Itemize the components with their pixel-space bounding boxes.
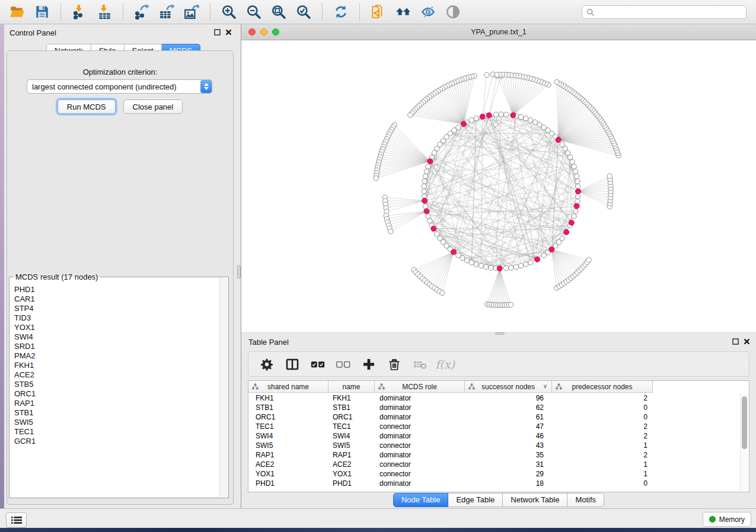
export-table-icon[interactable] xyxy=(158,4,175,20)
deselect-all-icon[interactable] xyxy=(335,356,351,372)
table-cell: 0 xyxy=(552,479,653,488)
zoom-fit-icon[interactable] xyxy=(270,4,287,20)
table-toolbar: f(x) xyxy=(248,351,749,377)
mcds-result-item[interactable]: CAR1 xyxy=(14,294,219,304)
mcds-result-item[interactable]: RAP1 xyxy=(14,399,219,408)
export-image-icon[interactable] xyxy=(183,4,200,20)
legacy-sessions-icon[interactable] xyxy=(395,4,412,20)
mcds-result-list[interactable]: PHD1CAR1STP4TID3YOX1SWI4SRD1PMA2FKH1ACE2… xyxy=(10,285,219,497)
table-row[interactable]: SWI4SWI4dominator462 xyxy=(248,431,739,441)
attribute-tree-icon xyxy=(378,383,385,392)
mcds-result-item[interactable]: STB5 xyxy=(14,380,219,389)
table-row[interactable]: ORC1ORC1dominator610 xyxy=(248,412,739,422)
table-row[interactable]: YOX1YOX1connector291 xyxy=(248,469,739,479)
toolbar-icon-group xyxy=(0,4,465,20)
table-cell: 35 xyxy=(465,451,552,459)
table-row[interactable]: TEC1TEC1connector472 xyxy=(248,422,739,431)
zoom-in-icon[interactable] xyxy=(221,4,237,20)
table-cell: connector xyxy=(375,441,465,450)
save-session-icon[interactable] xyxy=(34,4,50,20)
network-graph[interactable] xyxy=(241,40,756,332)
mcds-result-item[interactable]: TID3 xyxy=(14,313,219,323)
mcds-result-item[interactable]: ACE2 xyxy=(14,370,219,380)
table-cell: 46 xyxy=(465,432,552,440)
zoom-out-icon[interactable] xyxy=(245,4,262,20)
table-mode-gear-icon[interactable] xyxy=(259,356,275,372)
column-label: MCDS role xyxy=(402,383,437,391)
open-session-icon[interactable] xyxy=(9,4,25,20)
mcds-result-item[interactable]: ORC1 xyxy=(14,389,219,399)
mcds-result-item[interactable]: PMA2 xyxy=(14,351,219,361)
mcds-result-item[interactable]: PHD1 xyxy=(14,285,219,294)
network-window-titlebar[interactable]: YPA_prune.txt_1 xyxy=(241,24,756,40)
tab-motifs[interactable]: Motifs xyxy=(567,493,604,507)
float-panel-icon[interactable] xyxy=(732,338,739,345)
column-header-successor-nodes[interactable]: successor nodes∨ xyxy=(465,381,552,392)
mcds-result-item[interactable]: TEC1 xyxy=(14,427,219,437)
table-row[interactable]: PHD1PHD1dominator180 xyxy=(248,479,739,488)
select-all-icon[interactable] xyxy=(310,356,326,372)
close-panel-button[interactable]: Close panel xyxy=(123,100,183,114)
tab-edge-table[interactable]: Edge Table xyxy=(448,493,503,507)
tab-network-table[interactable]: Network Table xyxy=(503,493,567,507)
table-cell: dominator xyxy=(375,403,465,412)
tab-node-table[interactable]: Node Table xyxy=(393,493,449,507)
mcds-result-item[interactable]: YOX1 xyxy=(14,323,219,332)
mcds-result-item[interactable]: STP4 xyxy=(14,304,219,313)
add-column-icon[interactable] xyxy=(361,356,377,372)
mcds-result-item[interactable]: SWI5 xyxy=(14,418,219,427)
attribute-tree-icon xyxy=(556,383,562,392)
run-mcds-button[interactable]: Run MCDS xyxy=(58,100,116,114)
table-row[interactable]: SWI5SWI5connector431 xyxy=(248,441,739,450)
close-panel-icon[interactable] xyxy=(744,338,750,345)
birds-eye-view-icon[interactable] xyxy=(445,4,461,20)
dropdown-stepper-icon xyxy=(200,80,212,93)
mcds-result-item[interactable]: GCR1 xyxy=(14,437,219,446)
table-cell: 62 xyxy=(465,403,552,412)
splitter-handle[interactable] xyxy=(495,332,505,335)
network-canvas[interactable] xyxy=(241,40,756,332)
float-panel-icon[interactable] xyxy=(214,29,221,36)
vertical-splitter[interactable] xyxy=(237,24,241,508)
splitter-handle[interactable] xyxy=(237,265,241,278)
table-cell: TEC1 xyxy=(328,422,375,431)
table-cell: 43 xyxy=(465,441,552,450)
table-cell: 2 xyxy=(552,451,653,459)
mcds-result-box: MCDS result (17 nodes) PHD1CAR1STP4TID3Y… xyxy=(9,277,229,498)
column-header-name[interactable]: name xyxy=(328,381,375,392)
criterion-dropdown[interactable]: largest connected component (undirected) xyxy=(27,79,212,94)
share-document-icon[interactable] xyxy=(370,4,387,20)
search-input[interactable] xyxy=(597,8,746,17)
panel-list-button[interactable] xyxy=(6,512,27,528)
split-pane-icon[interactable] xyxy=(284,356,300,372)
mcds-result-item[interactable]: SRD1 xyxy=(14,342,219,351)
memory-label: Memory xyxy=(719,515,745,524)
import-table-icon[interactable] xyxy=(96,4,113,20)
refresh-icon[interactable] xyxy=(333,4,349,20)
delete-column-icon[interactable] xyxy=(386,356,402,372)
export-network-icon[interactable] xyxy=(133,4,150,20)
search-box[interactable] xyxy=(582,5,747,19)
mcds-list-scrollbar[interactable] xyxy=(219,278,228,497)
toolbar-separator xyxy=(210,4,210,20)
table-row[interactable]: FKH1FKH1dominator962 xyxy=(248,393,739,403)
table-row[interactable]: STB1STB1dominator620 xyxy=(248,403,739,412)
table-cell: SWI5 xyxy=(248,441,328,450)
scrollbar-thumb[interactable] xyxy=(742,396,747,449)
table-row[interactable]: ACE2ACE2connector311 xyxy=(248,460,739,469)
close-panel-icon[interactable] xyxy=(225,29,232,36)
column-header-shared-name[interactable]: shared name xyxy=(248,381,328,392)
zoom-selected-icon[interactable] xyxy=(295,4,312,20)
column-label: name xyxy=(342,383,360,391)
mcds-result-item[interactable]: STB1 xyxy=(14,408,219,418)
graphics-details-icon[interactable] xyxy=(420,4,436,20)
import-network-icon[interactable] xyxy=(71,4,88,20)
mcds-result-item[interactable]: FKH1 xyxy=(14,361,219,370)
table-row[interactable]: RAP1RAP1dominator352 xyxy=(248,450,739,460)
column-header-predecessor-nodes[interactable]: predecessor nodes xyxy=(552,381,653,392)
column-header-MCDS-role[interactable]: MCDS role xyxy=(375,381,465,392)
memory-button[interactable]: Memory xyxy=(703,512,751,527)
table-scrollbar[interactable] xyxy=(740,393,748,491)
mcds-result-item[interactable]: SWI4 xyxy=(14,332,219,342)
table-cell: 31 xyxy=(465,460,552,469)
